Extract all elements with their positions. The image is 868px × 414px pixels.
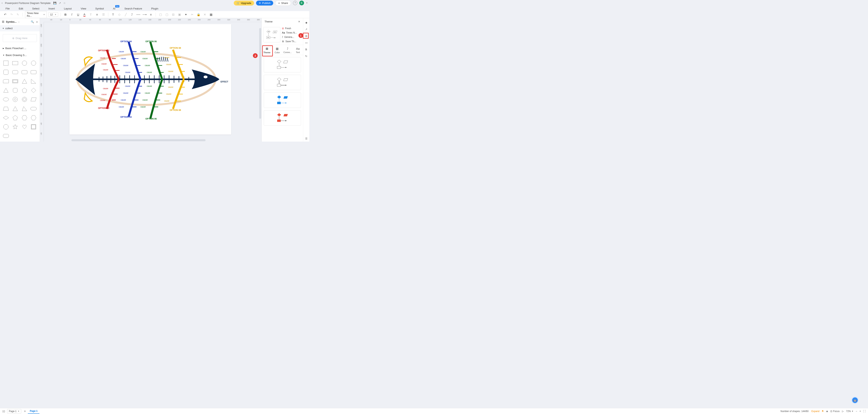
shape-pentagon[interactable] bbox=[21, 87, 28, 93]
caret-icon[interactable]: ⌄ bbox=[18, 21, 20, 23]
shape-rounded-hex[interactable] bbox=[12, 87, 19, 93]
menu-search-feature[interactable]: Search Feature bbox=[124, 7, 142, 10]
shape-circle[interactable] bbox=[21, 60, 28, 66]
shape-star[interactable] bbox=[12, 124, 19, 130]
shape-rounded-rect[interactable] bbox=[12, 69, 19, 75]
shape-pentagon2[interactable] bbox=[12, 115, 19, 121]
collect-section[interactable]: ▼ collect bbox=[0, 25, 40, 31]
menu-plugin[interactable]: Plugin bbox=[151, 7, 158, 10]
search-icon[interactable]: 🔍 bbox=[31, 20, 34, 23]
history-rail-icon[interactable]: ↻ bbox=[304, 54, 308, 58]
export-rail-icon[interactable]: ↗ bbox=[304, 27, 308, 31]
back-icon[interactable]: ‹ bbox=[2, 1, 3, 5]
shape-trapezoid[interactable] bbox=[2, 106, 9, 112]
bold-icon[interactable]: B bbox=[63, 12, 68, 17]
crop-icon[interactable]: ✂ bbox=[190, 12, 194, 17]
menu-symbol[interactable]: Symbol bbox=[95, 7, 104, 10]
sparkle-icon[interactable]: ✦ bbox=[183, 12, 188, 17]
shape-round3[interactable] bbox=[2, 133, 9, 139]
drag-here-box[interactable]: ⊕ Drag Here bbox=[3, 34, 37, 42]
shape-parallelogram[interactable] bbox=[30, 96, 37, 102]
shape-triangle2[interactable] bbox=[2, 87, 9, 93]
shape-rounded-rect2[interactable] bbox=[21, 69, 28, 75]
vertical-scrollbar[interactable] bbox=[259, 28, 261, 119]
theme-item[interactable] bbox=[264, 93, 301, 108]
shape-hexagon2[interactable] bbox=[30, 115, 37, 121]
menu-file[interactable]: File bbox=[5, 7, 10, 10]
theme-item[interactable] bbox=[264, 57, 301, 72]
line-color-icon[interactable]: ╱ bbox=[123, 12, 128, 17]
format-painter-icon[interactable]: ✎ bbox=[16, 12, 20, 17]
align-icon[interactable]: ⊟ bbox=[171, 12, 176, 17]
shape-diamond[interactable] bbox=[30, 87, 37, 93]
shape-rect[interactable] bbox=[12, 60, 19, 66]
shape-tab[interactable] bbox=[2, 78, 9, 84]
line-weight-icon[interactable]: ≡ bbox=[149, 12, 153, 17]
shape-rounded-sq[interactable] bbox=[2, 69, 9, 75]
font-size-select[interactable]: 12 ▼ bbox=[48, 12, 58, 17]
save-icon[interactable]: 💾 bbox=[53, 2, 56, 4]
shape-heart[interactable] bbox=[21, 124, 28, 130]
fill-rail-icon[interactable]: ◆ bbox=[304, 21, 308, 25]
list-icon[interactable]: ☰ bbox=[101, 12, 106, 17]
menu-edit[interactable]: Edit bbox=[19, 7, 23, 10]
italic-icon[interactable]: I bbox=[69, 12, 74, 17]
menu-select[interactable]: Select bbox=[32, 7, 39, 10]
favorite-icon[interactable]: ☆ bbox=[63, 2, 66, 4]
tools-icon[interactable]: ✕ bbox=[203, 12, 207, 17]
collapse-icon[interactable]: « bbox=[36, 20, 38, 23]
close-icon[interactable]: ✕ bbox=[298, 20, 300, 23]
theme-fresh[interactable]: ⊞Fresh bbox=[282, 27, 302, 30]
shape-hexagon[interactable] bbox=[21, 115, 28, 121]
fill-icon[interactable]: ◇ bbox=[117, 12, 122, 17]
text-tool-icon[interactable]: T bbox=[111, 12, 115, 17]
export-icon[interactable]: ↗ bbox=[59, 2, 61, 4]
shape-back-icon[interactable]: ▢ bbox=[164, 12, 169, 17]
theme-item[interactable] bbox=[264, 75, 301, 90]
present-rail-icon[interactable]: ▭ bbox=[304, 41, 308, 44]
canvas-area[interactable]: -40-200204060801001201401601802002202402… bbox=[40, 18, 261, 141]
user-avatar[interactable]: C bbox=[299, 1, 304, 5]
menu-view[interactable]: View bbox=[81, 7, 86, 10]
shape-donut[interactable] bbox=[12, 96, 19, 102]
font-family-select[interactable]: Times New Ro... ▼ bbox=[25, 11, 47, 18]
shape-ellipse-tall[interactable] bbox=[30, 60, 37, 66]
shape-triangle4[interactable] bbox=[21, 106, 28, 112]
menu-layout[interactable]: Layout bbox=[64, 7, 72, 10]
shape-donut2[interactable] bbox=[21, 96, 28, 102]
shape-triangle3[interactable] bbox=[12, 106, 19, 112]
tab-connector[interactable]: ⤴Conne... bbox=[282, 45, 293, 55]
arrow-style-icon[interactable] bbox=[142, 12, 147, 17]
align-left-icon[interactable]: ≡ bbox=[95, 12, 99, 17]
shape-triangle[interactable] bbox=[21, 78, 28, 84]
menu-insert[interactable]: Insert bbox=[49, 7, 55, 10]
menu-ai[interactable]: AIhot bbox=[113, 7, 115, 10]
lib-flowchart[interactable]: ▶ Basic Flowchart ... bbox=[0, 45, 40, 52]
lib-drawing[interactable]: ▼ Basic Drawing S... bbox=[0, 52, 40, 59]
tab-text[interactable]: AaText bbox=[293, 45, 303, 55]
upgrade-button[interactable]: 🛒 Upgrade bbox=[234, 1, 254, 5]
theme-item[interactable] bbox=[264, 110, 301, 126]
shape-diamond2[interactable] bbox=[2, 115, 9, 121]
text-direction-icon[interactable]: T bbox=[88, 12, 93, 17]
line-style-icon[interactable] bbox=[136, 12, 141, 17]
shape-rounded-rect3[interactable] bbox=[30, 69, 37, 75]
horizontal-scrollbar[interactable] bbox=[71, 139, 206, 141]
group-icon[interactable]: ▣ bbox=[177, 12, 182, 17]
shape-pill[interactable] bbox=[30, 106, 37, 112]
shape-octagon[interactable] bbox=[2, 124, 9, 130]
shape-right-tri[interactable] bbox=[30, 78, 37, 84]
share-button[interactable]: ∝ Share bbox=[275, 0, 291, 6]
tab-color[interactable]: ▦Color bbox=[272, 45, 282, 55]
notes-rail-icon[interactable]: 🗎 bbox=[304, 47, 308, 51]
theme-font[interactable]: AaTimes N... bbox=[282, 31, 302, 34]
menu-rail-icon[interactable]: ☰ bbox=[304, 136, 308, 140]
lock-icon[interactable]: 🔒 bbox=[196, 12, 201, 17]
undo-icon[interactable]: ↶ bbox=[3, 12, 7, 17]
theme-save[interactable]: 🗎Save Th... bbox=[282, 40, 302, 43]
avatar-caret-icon[interactable]: ▼ bbox=[306, 2, 308, 4]
connector-icon[interactable]: ⤴ bbox=[130, 12, 134, 17]
symbol-library-icon[interactable]: ▦ bbox=[209, 12, 213, 17]
shape-l[interactable] bbox=[30, 124, 37, 130]
redo-icon[interactable]: ↷ bbox=[9, 12, 14, 17]
